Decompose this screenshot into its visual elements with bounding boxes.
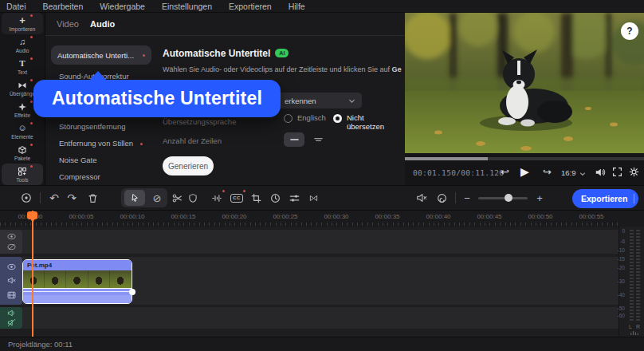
feature-title: Automatische UntertitelAI xyxy=(163,48,289,59)
transition-icon xyxy=(18,80,27,90)
undo-icon[interactable]: ↶ xyxy=(47,186,61,210)
step-forward-icon[interactable]: ↪ xyxy=(543,166,552,178)
menu-wiedergabe[interactable]: Wiedergabe xyxy=(100,2,145,11)
playhead-handle[interactable] xyxy=(27,211,37,219)
radio-nicht-uebersetzen-label[interactable]: Nicht übersetzen xyxy=(347,113,402,131)
record-icon[interactable] xyxy=(19,186,33,210)
eye-off-icon[interactable] xyxy=(7,243,16,250)
step-back-icon[interactable]: ↩ xyxy=(501,166,509,178)
radio-nicht-uebersetzen[interactable] xyxy=(333,114,342,123)
captions-icon[interactable]: CC xyxy=(229,186,245,210)
zoom-slider-handle[interactable] xyxy=(505,194,512,202)
track-3-header[interactable] xyxy=(0,307,22,329)
snap-icon[interactable]: ⊘ xyxy=(148,186,166,210)
exportieren-button[interactable]: Exportieren xyxy=(572,189,638,208)
scissors-icon[interactable] xyxy=(170,186,184,210)
update-dot xyxy=(30,36,33,38)
double-line-button[interactable] xyxy=(308,132,328,147)
clip-pet-mp4[interactable]: Pet.mp4 xyxy=(22,259,132,304)
zoom-slider[interactable] xyxy=(478,197,528,199)
menu-einstellungen[interactable]: Einstellungen xyxy=(162,2,212,11)
text-icon: T xyxy=(19,58,25,69)
sidebar-item-audio[interactable]: ♫ Audio xyxy=(2,34,43,56)
meter-icon[interactable] xyxy=(630,330,639,336)
zoom-out-icon[interactable]: − xyxy=(461,186,473,210)
sidebar-item-tools[interactable]: Tools xyxy=(2,164,43,185)
keyframe-icon[interactable] xyxy=(306,186,320,210)
clip-volume-envelope[interactable] xyxy=(23,288,132,295)
list-item-stoerungsentfernung[interactable]: Störungsentfernung xyxy=(59,122,125,131)
panel-tabbar: Video Audio xyxy=(45,13,405,36)
track-3-lane[interactable] xyxy=(0,307,618,329)
chevron-down-icon[interactable] xyxy=(579,171,586,177)
language-dropdown[interactable]: erkennen xyxy=(271,93,362,108)
audio-stretch-icon[interactable] xyxy=(210,186,224,210)
effects-star-icon xyxy=(18,101,27,112)
fullscreen-icon[interactable] xyxy=(612,167,622,177)
tab-audio[interactable]: Audio xyxy=(90,19,115,29)
single-line-button[interactable] xyxy=(284,132,304,147)
lines-row: Anzahl der Zeilen xyxy=(163,132,402,147)
update-dot xyxy=(30,165,33,168)
film-icon[interactable] xyxy=(7,291,16,299)
update-dot xyxy=(30,122,33,124)
envelope-handle[interactable] xyxy=(129,289,135,295)
list-item-entfernung-von-stillen[interactable]: Entfernung von Stillen xyxy=(59,139,143,148)
single-line-icon xyxy=(290,136,299,143)
mute-track-icon[interactable] xyxy=(414,186,429,210)
preview-seekbar[interactable] xyxy=(405,157,644,160)
video-preview[interactable] xyxy=(405,13,644,153)
timeline-ruler[interactable]: 00:00:00 00:00:05 00:00:10 00:00:15 00:0… xyxy=(0,211,644,227)
gear-icon[interactable] xyxy=(629,167,639,177)
menu-bearbeiten[interactable]: Bearbeiten xyxy=(43,2,84,11)
sidebar-item-text[interactable]: T Text xyxy=(2,56,43,77)
music-note-icon: ♫ xyxy=(19,37,26,47)
playhead-line[interactable] xyxy=(32,211,33,337)
sidebar-item-importieren[interactable]: + Importieren xyxy=(2,13,43,34)
list-item-automatische-untertitel[interactable]: Automatische Unterti... xyxy=(51,45,151,65)
radio-englisch-label[interactable]: Englisch xyxy=(297,113,326,122)
clip-audio-waveform[interactable] xyxy=(23,295,132,303)
aspect-ratio-control[interactable]: 16:9 xyxy=(561,168,576,177)
track-1-lane[interactable] xyxy=(0,230,618,254)
eye-icon[interactable] xyxy=(7,233,16,240)
eye-icon[interactable] xyxy=(7,263,16,270)
pointer-tool-button[interactable] xyxy=(124,190,145,206)
mask-icon[interactable] xyxy=(186,186,200,210)
update-dot xyxy=(30,144,33,146)
help-button[interactable]: ? xyxy=(621,22,638,40)
clip-title-bar: Pet.mp4 xyxy=(23,260,132,270)
zoom-in-icon[interactable]: + xyxy=(534,186,545,210)
render-preview-icon[interactable] xyxy=(434,186,449,210)
tab-video[interactable]: Video xyxy=(57,19,79,29)
sidebar-item-pakete[interactable]: Pakete xyxy=(2,142,43,164)
track-2-header[interactable] xyxy=(0,257,22,305)
divider xyxy=(40,192,41,203)
track-1-header[interactable] xyxy=(0,230,22,254)
list-item-noise-gate[interactable]: Noise Gate xyxy=(59,156,97,164)
clip-thumbnails xyxy=(23,270,132,288)
speaker-off-icon[interactable] xyxy=(7,276,16,285)
play-icon[interactable]: ▶ xyxy=(520,165,529,178)
trash-icon[interactable] xyxy=(85,186,100,210)
list-item-compressor[interactable]: Compressor xyxy=(59,172,100,181)
menu-datei[interactable]: Datei xyxy=(6,2,26,11)
speaker-icon[interactable] xyxy=(595,167,606,178)
menu-exportieren[interactable]: Exportieren xyxy=(229,2,272,11)
radio-englisch[interactable] xyxy=(284,114,293,123)
level-meter-left xyxy=(630,230,634,322)
speaker-icon[interactable] xyxy=(7,309,16,317)
menu-hilfe[interactable]: Hilfe xyxy=(289,2,305,11)
sidebar-item-elemente[interactable]: ☺ Elemente xyxy=(2,120,43,142)
speaker-off-icon[interactable] xyxy=(7,318,16,327)
timeline-tracks: Pet.mp4 0 -6 -10 -15 -20 -30 -40 -50 -60… xyxy=(0,227,644,337)
smiley-icon: ☺ xyxy=(18,123,26,133)
adjust-icon[interactable] xyxy=(287,186,301,210)
divider xyxy=(455,192,456,203)
speed-icon[interactable] xyxy=(268,186,282,210)
crop-icon[interactable] xyxy=(249,186,263,210)
update-dot xyxy=(243,190,245,192)
generieren-button[interactable]: Generieren xyxy=(163,156,214,176)
preview-frame-dog-on-grass xyxy=(405,13,644,153)
redo-icon[interactable]: ↷ xyxy=(65,186,79,210)
